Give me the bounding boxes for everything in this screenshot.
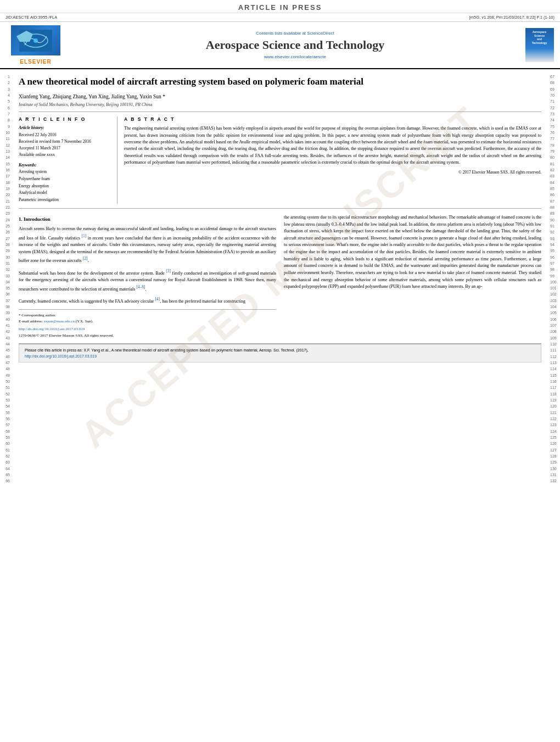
line-number: 14 — [5, 154, 10, 160]
line-number: 57 — [5, 422, 10, 428]
line-number: 3 — [8, 86, 10, 92]
article-info-label: A R T I C L E I N F O — [19, 116, 111, 122]
line-number: 66 — [5, 478, 10, 484]
header-meta-left: JID:AESCTE AID:3955 /FLA — [5, 15, 57, 20]
history-item: Received 22 July 2016 — [19, 132, 111, 138]
history-item: Available online xxxx — [19, 152, 111, 158]
line-number: 95 — [550, 248, 555, 254]
line-number: 114 — [550, 366, 557, 372]
line-number: 45 — [5, 347, 10, 353]
abstract-column: A B S T R A C T The engineering material… — [124, 116, 541, 204]
doi-line: http://dx.doi.org/10.1016/j.ast.2017.03.… — [19, 326, 276, 332]
line-number: 123 — [550, 422, 557, 428]
line-number: 81 — [550, 161, 555, 167]
line-number: 118 — [550, 391, 557, 397]
line-number: 128 — [550, 453, 557, 459]
ref-link[interactable]: [3] — [166, 269, 171, 274]
line-number: 7 — [8, 111, 10, 117]
email-label: E-mail address: — [19, 319, 43, 323]
journal-logo-image — [11, 25, 60, 55]
sciencedirect-link: Contents lists available at ScienceDirec… — [256, 31, 334, 36]
line-number: 98 — [550, 266, 555, 272]
line-number: 46 — [5, 354, 10, 360]
line-number: 30 — [5, 254, 10, 260]
keyword-item: Analytical model — [19, 189, 111, 197]
journal-center: Contents lists available at ScienceDirec… — [71, 25, 519, 65]
line-number: 56 — [5, 416, 10, 422]
line-number: 40 — [5, 316, 10, 322]
line-number: 132 — [550, 478, 557, 484]
line-number: 124 — [550, 428, 557, 434]
thumb-text: AerospaceScienceandTechnology — [532, 30, 547, 44]
author-names: Xianfeng Yang, Zhiqiang Zhang, Yun Xing,… — [19, 94, 165, 99]
line-number: 41 — [5, 322, 10, 328]
line-number: 48 — [5, 366, 10, 372]
line-number: 28 — [5, 242, 10, 248]
email-link[interactable]: yxsun@nuaa.edu.cn — [44, 319, 75, 323]
line-number: 15 — [5, 161, 10, 167]
line-number: 117 — [550, 384, 557, 390]
line-number: 37 — [5, 298, 10, 304]
email-line: E-mail address: yxsun@nuaa.edu.cn (Y.X. … — [19, 319, 276, 325]
line-number: 39 — [5, 310, 10, 316]
line-number: 38 — [5, 304, 10, 310]
intro-para: Aircraft seems likely to overrun the run… — [19, 226, 276, 264]
keyword-item: Polyurethane foam — [19, 176, 111, 183]
line-number: 34 — [5, 279, 10, 285]
line-number: 24 — [5, 217, 10, 223]
article-info-abstract-section: A R T I C L E I N F O Article history: R… — [19, 111, 541, 209]
line-number: 79 — [550, 148, 555, 154]
line-number: 4 — [8, 92, 10, 98]
ref-link[interactable]: [1] — [81, 233, 86, 238]
line-number: 108 — [550, 328, 557, 334]
line-number: 12 — [5, 142, 10, 148]
line-number: 131 — [550, 472, 557, 478]
line-number: 42 — [5, 328, 10, 334]
line-number: 33 — [5, 273, 10, 279]
line-number: 90 — [550, 217, 555, 223]
line-number: 115 — [550, 372, 557, 378]
line-number: 77 — [550, 136, 555, 142]
line-number: 25 — [5, 223, 10, 229]
line-number: 64 — [5, 466, 10, 472]
sciencedirect-name[interactable]: ScienceDirect — [307, 31, 334, 36]
ref-link[interactable]: [4] — [155, 297, 160, 302]
line-number: 49 — [5, 372, 10, 378]
line-number: 2 — [8, 80, 10, 86]
line-number: 122 — [550, 416, 557, 422]
email-suffix: (Y.X. Sun). — [76, 319, 93, 323]
line-number: 1 — [8, 74, 10, 80]
intro-heading: 1. Introduction — [19, 215, 276, 223]
line-number: 103 — [550, 298, 557, 304]
line-number: 50 — [5, 378, 10, 384]
line-number: 32 — [5, 266, 10, 272]
keyword-item: Parametric investigation — [19, 197, 111, 204]
article-title: A new theoretical model of aircraft arre… — [19, 76, 541, 88]
line-numbers-right: 6768697071727374757677787980818283848586… — [548, 69, 560, 484]
journal-url[interactable]: www.elsevier.com/locate/aescte — [264, 54, 326, 59]
line-number: 68 — [550, 80, 555, 86]
citation-doi[interactable]: http://dx.doi.org/10.1016/j.ast.2017.03.… — [25, 354, 97, 358]
line-numbers-left: 1234567891011121314151617181920212223242… — [0, 69, 12, 484]
line-number: 78 — [550, 142, 555, 148]
line-number: 82 — [550, 167, 555, 173]
line-number: 94 — [550, 242, 555, 248]
ref-link[interactable]: [4–8] — [136, 284, 145, 289]
header-meta: JID:AESCTE AID:3955 /FLA [m5G; v1.208; P… — [0, 13, 560, 22]
line-number: 129 — [550, 459, 557, 465]
line-number: 53 — [5, 397, 10, 403]
line-number: 93 — [550, 236, 555, 242]
line-number: 20 — [5, 192, 10, 198]
citation-bar: Please cite this article in press as: X.… — [19, 343, 541, 362]
line-number: 70 — [550, 92, 555, 98]
line-number: 61 — [5, 447, 10, 453]
line-number: 92 — [550, 229, 555, 235]
line-number: 80 — [550, 154, 555, 160]
line-number: 99 — [550, 273, 555, 279]
doi-link[interactable]: http://dx.doi.org/10.1016/j.ast.2017.03.… — [19, 327, 85, 331]
line-number: 11 — [5, 136, 10, 142]
page-body: 1234567891011121314151617181920212223242… — [0, 69, 560, 484]
ref-link[interactable]: [2] — [83, 256, 88, 261]
line-number: 21 — [5, 198, 10, 204]
line-number: 113 — [550, 360, 557, 366]
